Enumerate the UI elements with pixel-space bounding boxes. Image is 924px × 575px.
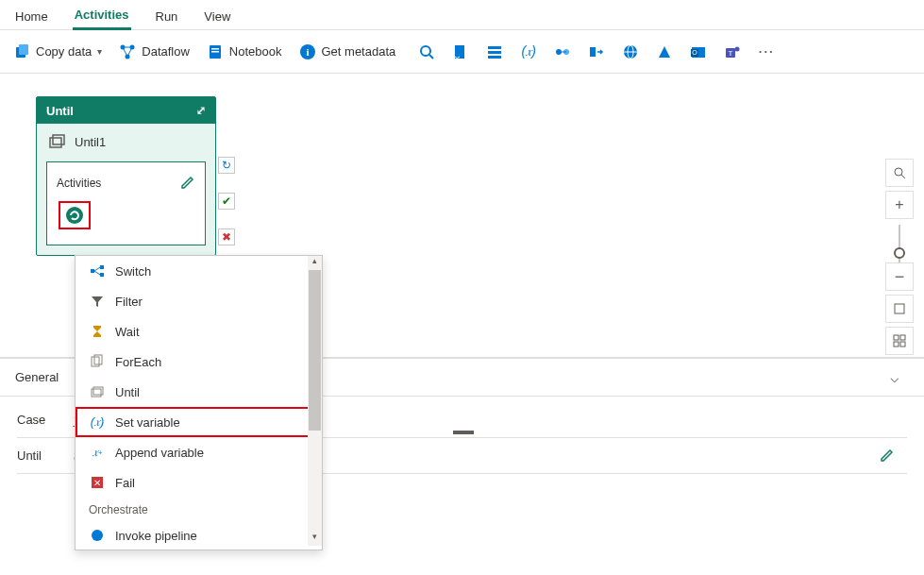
variable-icon[interactable]: (𝑥) bbox=[520, 43, 537, 60]
stored-proc-icon[interactable] bbox=[588, 43, 605, 60]
zoom-fit-button[interactable] bbox=[885, 295, 914, 323]
dropdown-section-orchestrate: Orchestrate bbox=[76, 498, 322, 520]
svg-rect-1 bbox=[19, 44, 28, 55]
tab-view[interactable]: View bbox=[202, 6, 232, 29]
svg-rect-36 bbox=[900, 335, 905, 340]
toolbar: Copy data ▾ Dataflow Notebook i Get meta… bbox=[0, 30, 924, 74]
zoom-in-button[interactable]: + bbox=[885, 191, 914, 219]
svg-rect-39 bbox=[91, 269, 94, 273]
svg-rect-34 bbox=[895, 304, 904, 313]
teams-icon[interactable]: T bbox=[724, 43, 741, 60]
append-variable-icon: 𝑥+ bbox=[89, 444, 106, 461]
connector-retry-icon[interactable]: ↻ bbox=[218, 157, 235, 174]
toolbar-notebook-label: Notebook bbox=[229, 44, 282, 59]
list-icon[interactable] bbox=[486, 43, 503, 60]
fail-icon: ✕ bbox=[89, 474, 106, 491]
foreach-icon bbox=[89, 353, 106, 370]
svg-line-11 bbox=[429, 55, 433, 59]
dropdown-item-append-variable[interactable]: 𝑥+ Append variable bbox=[76, 437, 322, 467]
dataflow-icon bbox=[119, 43, 136, 60]
toolbar-copy-data[interactable]: Copy data ▾ bbox=[13, 43, 102, 60]
svg-rect-15 bbox=[488, 56, 501, 59]
wait-icon bbox=[89, 323, 106, 340]
svg-rect-35 bbox=[894, 335, 899, 340]
dropdown-item-switch[interactable]: Switch bbox=[76, 256, 322, 286]
zoom-out-button[interactable]: − bbox=[885, 262, 914, 291]
scroll-thumb[interactable] bbox=[309, 270, 321, 431]
chevron-down-icon: ▾ bbox=[97, 46, 102, 57]
tab-run[interactable]: Run bbox=[154, 6, 180, 29]
svg-line-42 bbox=[94, 267, 100, 271]
dropdown-scrollbar[interactable]: ▴ ▾ bbox=[308, 256, 322, 546]
props-until-edit-icon[interactable] bbox=[879, 446, 907, 465]
svg-rect-19 bbox=[590, 47, 596, 57]
set-variable-icon: (𝑥) bbox=[89, 414, 106, 431]
dropdown-label: Filter bbox=[115, 295, 143, 309]
search-icon[interactable] bbox=[418, 43, 435, 60]
connector-success-icon[interactable]: ✔ bbox=[218, 193, 235, 210]
connector-badges: ↻ ✔ ✖ bbox=[218, 157, 235, 245]
toolbar-dataflow-label: Dataflow bbox=[142, 44, 190, 59]
info-icon: i bbox=[299, 43, 316, 60]
dropdown-label: Set variable bbox=[115, 415, 180, 430]
dropdown-item-wait[interactable]: Wait bbox=[76, 316, 322, 347]
switch-icon bbox=[89, 262, 106, 279]
props-case-label: Case bbox=[17, 413, 74, 427]
svg-rect-37 bbox=[894, 342, 899, 347]
dropdown-label: Append variable bbox=[115, 446, 204, 460]
more-icon[interactable]: ··· bbox=[758, 43, 775, 60]
svg-text:✕: ✕ bbox=[93, 478, 101, 488]
zoom-handle[interactable] bbox=[894, 247, 905, 259]
until-header-label: Until bbox=[46, 104, 74, 118]
svg-text:O: O bbox=[693, 49, 698, 56]
script-icon[interactable] bbox=[452, 43, 469, 60]
svg-rect-6 bbox=[211, 48, 219, 50]
zoom-layout-button[interactable] bbox=[885, 327, 914, 355]
toolbar-dataflow[interactable]: Dataflow bbox=[119, 43, 190, 60]
activities-container[interactable]: Activities bbox=[46, 161, 206, 245]
svg-rect-12 bbox=[455, 45, 464, 59]
svg-rect-40 bbox=[100, 265, 104, 269]
activity-picker-dropdown: Switch Filter Wait ForEach Until (𝑥) Set… bbox=[75, 255, 323, 550]
dropdown-item-invoke-pipeline[interactable]: Invoke pipeline bbox=[76, 520, 322, 546]
svg-point-32 bbox=[895, 168, 902, 176]
svg-rect-41 bbox=[100, 273, 104, 277]
svg-line-43 bbox=[94, 271, 100, 275]
dropdown-label: ForEach bbox=[115, 355, 161, 369]
expand-icon[interactable]: ⤢ bbox=[196, 104, 206, 117]
collapse-panel-icon[interactable]: ⌵ bbox=[890, 368, 909, 386]
dropdown-item-filter[interactable]: Filter bbox=[76, 286, 322, 316]
edit-pencil-icon[interactable] bbox=[180, 174, 195, 192]
svg-text:T: T bbox=[729, 49, 733, 58]
azure-icon[interactable] bbox=[656, 43, 673, 60]
svg-rect-30 bbox=[53, 135, 64, 144]
svg-line-33 bbox=[901, 175, 905, 178]
dropdown-label: Fail bbox=[115, 476, 135, 490]
connector-fail-icon[interactable]: ✖ bbox=[218, 228, 235, 245]
svg-rect-13 bbox=[488, 46, 501, 49]
until-activity-card[interactable]: Until ⤢ Until1 Activities bbox=[36, 96, 216, 256]
dropdown-item-fail[interactable]: ✕ Fail bbox=[76, 467, 322, 498]
until-title-text: Until1 bbox=[75, 135, 106, 149]
inner-activity-highlight[interactable] bbox=[59, 201, 91, 229]
lookup-icon[interactable] bbox=[554, 43, 571, 60]
until-loop-icon bbox=[48, 133, 65, 150]
dropdown-item-until[interactable]: Until bbox=[76, 377, 322, 407]
toolbar-notebook[interactable]: Notebook bbox=[207, 43, 282, 60]
until-icon bbox=[89, 383, 106, 400]
tab-home[interactable]: Home bbox=[13, 6, 50, 29]
zoom-search-button[interactable] bbox=[885, 159, 914, 187]
outlook-icon[interactable]: O bbox=[690, 43, 707, 60]
dropdown-item-set-variable[interactable]: (𝑥) Set variable bbox=[76, 407, 322, 437]
properties-tab-general[interactable]: General bbox=[15, 370, 59, 384]
toolbar-get-metadata[interactable]: i Get metadata bbox=[299, 43, 396, 60]
tab-activities[interactable]: Activities bbox=[73, 4, 131, 30]
toolbar-copy-data-label: Copy data bbox=[36, 44, 92, 59]
pipeline-icon bbox=[89, 527, 106, 544]
scroll-down-arrow[interactable]: ▾ bbox=[308, 532, 322, 546]
scroll-up-arrow[interactable]: ▴ bbox=[308, 256, 322, 270]
dropdown-item-foreach[interactable]: ForEach bbox=[76, 347, 322, 377]
copy-data-icon bbox=[13, 43, 30, 60]
header-tabs: Home Activities Run View bbox=[0, 0, 924, 30]
web-icon[interactable] bbox=[622, 43, 639, 60]
